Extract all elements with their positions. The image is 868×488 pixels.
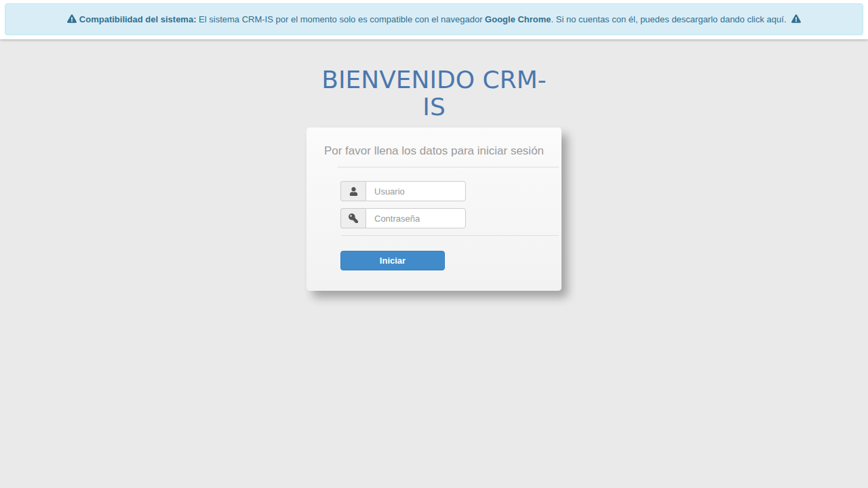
username-input-group xyxy=(340,181,466,201)
warning-triangle-icon xyxy=(67,14,77,23)
page-body: BIENVENIDO CRM-IS Por favor llena los da… xyxy=(0,66,868,291)
username-input[interactable] xyxy=(366,181,466,201)
page-title: BIENVENIDO CRM-IS xyxy=(298,66,570,121)
alert-browser-name: Google Chrome xyxy=(485,14,551,24)
alert-body-text: El sistema CRM-IS por el momento solo es… xyxy=(197,14,486,24)
login-card-heading: Por favor llena los datos para iniciar s… xyxy=(307,127,561,158)
page-title-line2: IS xyxy=(422,93,445,121)
heading-divider xyxy=(338,167,559,167)
top-header-strip: Compatibilidad del sistema: El sistema C… xyxy=(0,0,868,39)
compatibility-alert: Compatibilidad del sistema: El sistema C… xyxy=(5,3,863,35)
alert-body-text-2: . Si no cuentas con él, puedes descargar… xyxy=(551,14,747,24)
password-input-group xyxy=(340,208,466,228)
user-icon xyxy=(340,181,366,201)
download-link[interactable]: click aquí xyxy=(747,14,784,24)
alert-after-link-text: . xyxy=(784,14,789,24)
alert-lead-text: Compatibilidad del sistema: xyxy=(79,14,197,24)
warning-triangle-link-icon[interactable] xyxy=(791,14,801,23)
password-input[interactable] xyxy=(366,208,466,228)
form-divider xyxy=(342,235,559,236)
login-card: Por favor llena los datos para iniciar s… xyxy=(307,127,561,291)
key-icon xyxy=(340,208,366,228)
login-form: Iniciar xyxy=(307,181,561,270)
login-button[interactable]: Iniciar xyxy=(340,251,445,270)
page-title-line1: BIENVENIDO CRM- xyxy=(321,66,547,94)
